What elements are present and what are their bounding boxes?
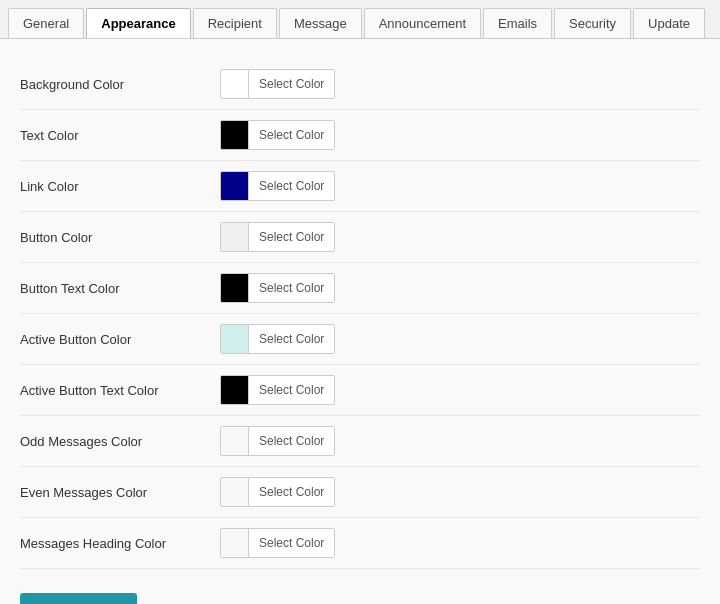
- color-swatch: [221, 325, 249, 353]
- save-changes-button[interactable]: Save Changes: [20, 593, 137, 604]
- select-color-button[interactable]: Select Color: [249, 172, 334, 200]
- color-picker-group[interactable]: Select Color: [220, 375, 335, 405]
- select-color-button[interactable]: Select Color: [249, 376, 334, 404]
- tab-update[interactable]: Update: [633, 8, 705, 38]
- select-color-button[interactable]: Select Color: [249, 427, 334, 455]
- select-color-button[interactable]: Select Color: [249, 70, 334, 98]
- select-color-button[interactable]: Select Color: [249, 274, 334, 302]
- color-swatch: [221, 223, 249, 251]
- select-color-button[interactable]: Select Color: [249, 121, 334, 149]
- color-label: Active Button Color: [20, 332, 220, 347]
- color-label: Button Color: [20, 230, 220, 245]
- color-label: Link Color: [20, 179, 220, 194]
- tab-security[interactable]: Security: [554, 8, 631, 38]
- color-picker-group[interactable]: Select Color: [220, 69, 335, 99]
- color-swatch: [221, 529, 249, 557]
- tab-general[interactable]: General: [8, 8, 84, 38]
- select-color-button[interactable]: Select Color: [249, 325, 334, 353]
- color-row: Odd Messages ColorSelect Color: [20, 416, 700, 467]
- color-row: Button Text ColorSelect Color: [20, 263, 700, 314]
- color-swatch: [221, 478, 249, 506]
- color-label: Even Messages Color: [20, 485, 220, 500]
- color-picker-group[interactable]: Select Color: [220, 171, 335, 201]
- select-color-button[interactable]: Select Color: [249, 529, 334, 557]
- color-row: Active Button ColorSelect Color: [20, 314, 700, 365]
- color-row: Button ColorSelect Color: [20, 212, 700, 263]
- color-picker-group[interactable]: Select Color: [220, 528, 335, 558]
- color-row: Text ColorSelect Color: [20, 110, 700, 161]
- color-swatch: [221, 274, 249, 302]
- tab-emails[interactable]: Emails: [483, 8, 552, 38]
- color-row: Messages Heading ColorSelect Color: [20, 518, 700, 569]
- color-label: Odd Messages Color: [20, 434, 220, 449]
- color-label: Active Button Text Color: [20, 383, 220, 398]
- tabs-container: GeneralAppearanceRecipientMessageAnnounc…: [0, 0, 720, 39]
- color-picker-group[interactable]: Select Color: [220, 477, 335, 507]
- color-picker-group[interactable]: Select Color: [220, 426, 335, 456]
- color-picker-group[interactable]: Select Color: [220, 324, 335, 354]
- color-row: Background ColorSelect Color: [20, 59, 700, 110]
- color-swatch: [221, 172, 249, 200]
- content-area: Background ColorSelect ColorText ColorSe…: [0, 39, 720, 604]
- color-label: Messages Heading Color: [20, 536, 220, 551]
- color-picker-group[interactable]: Select Color: [220, 222, 335, 252]
- color-swatch: [221, 121, 249, 149]
- color-row: Link ColorSelect Color: [20, 161, 700, 212]
- color-swatch: [221, 70, 249, 98]
- select-color-button[interactable]: Select Color: [249, 223, 334, 251]
- color-row: Even Messages ColorSelect Color: [20, 467, 700, 518]
- color-label: Button Text Color: [20, 281, 220, 296]
- color-label: Text Color: [20, 128, 220, 143]
- color-picker-group[interactable]: Select Color: [220, 120, 335, 150]
- tab-appearance[interactable]: Appearance: [86, 8, 190, 38]
- color-swatch: [221, 376, 249, 404]
- color-label: Background Color: [20, 77, 220, 92]
- color-row: Active Button Text ColorSelect Color: [20, 365, 700, 416]
- select-color-button[interactable]: Select Color: [249, 478, 334, 506]
- tab-recipient[interactable]: Recipient: [193, 8, 277, 38]
- color-picker-group[interactable]: Select Color: [220, 273, 335, 303]
- color-swatch: [221, 427, 249, 455]
- tab-announcement[interactable]: Announcement: [364, 8, 481, 38]
- tab-message[interactable]: Message: [279, 8, 362, 38]
